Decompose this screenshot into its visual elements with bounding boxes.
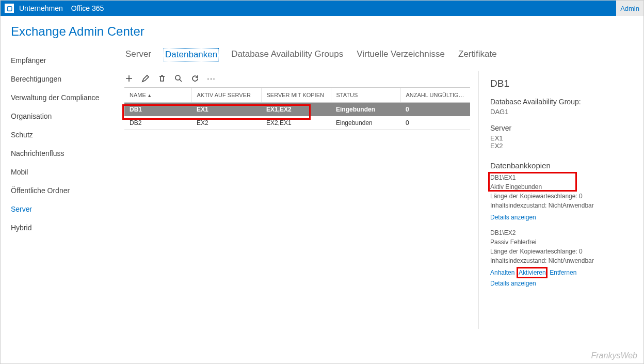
database-table: NAME AKTIV AUF SERVER SERVER MIT KOPIEN … bbox=[124, 88, 470, 130]
cell-copies: EX1,EX2 bbox=[261, 103, 331, 117]
copy2-suspend-link[interactable]: Anhalten bbox=[490, 269, 514, 276]
topbar-office-link[interactable]: Office 365 bbox=[71, 4, 104, 12]
edit-icon[interactable] bbox=[141, 74, 150, 83]
sidebar-item-mailflow[interactable]: Nachrichtenfluss bbox=[11, 144, 109, 163]
tab-server[interactable]: Server bbox=[124, 48, 152, 61]
col-active-server[interactable]: AKTIV AUF SERVER bbox=[191, 88, 261, 103]
sidebar-item-protection[interactable]: Schutz bbox=[11, 125, 109, 144]
page-title: Exchange Admin Center bbox=[1, 16, 643, 48]
table-row[interactable]: DB1 EX1 EX1,EX2 Eingebunden 0 bbox=[124, 103, 470, 117]
dag-value: DAG1 bbox=[490, 108, 634, 116]
copy1-details-link[interactable]: Details anzeigen bbox=[490, 214, 536, 221]
cell-invalid: 0 bbox=[400, 116, 470, 130]
copy2-index: Inhaltsindexzustand: NichtAnwendbar bbox=[490, 256, 634, 265]
sidebar-item-servers[interactable]: Server bbox=[11, 200, 109, 218]
cell-active: EX1 bbox=[191, 103, 261, 117]
sidebar-item-public-folders[interactable]: Öffentliche Ordner bbox=[11, 181, 109, 200]
cell-status: Eingebunden bbox=[331, 103, 400, 117]
tabs: Server Datenbanken Database Availability… bbox=[124, 48, 643, 61]
dag-label: Database Availability Group: bbox=[490, 98, 634, 106]
col-status[interactable]: STATUS bbox=[331, 88, 400, 103]
topbar-company-link[interactable]: Unternehmen bbox=[19, 4, 63, 12]
search-icon[interactable] bbox=[174, 74, 183, 83]
tab-databases[interactable]: Datenbanken bbox=[164, 48, 219, 61]
server-label: Server bbox=[490, 124, 634, 132]
add-icon[interactable] bbox=[124, 74, 134, 83]
copy1-name: DB1\EX1 bbox=[490, 173, 634, 182]
copy1-status: Aktiv Eingebunden bbox=[490, 182, 634, 192]
copy2-name: DB1\EX2 bbox=[490, 228, 634, 238]
more-icon[interactable]: ··· bbox=[207, 74, 216, 83]
server-value-2: EX2 bbox=[490, 142, 634, 150]
cell-name: DB1 bbox=[124, 103, 191, 117]
col-name[interactable]: NAME bbox=[124, 88, 191, 103]
cell-active: EX2 bbox=[191, 116, 261, 130]
cell-invalid: 0 bbox=[400, 103, 470, 117]
copy1-index: Inhaltsindexzustand: NichtAnwendbar bbox=[490, 201, 634, 210]
copy2-status: Passiv Fehlerfrei bbox=[490, 238, 634, 247]
details-title: DB1 bbox=[490, 78, 634, 89]
sidebar-item-recipients[interactable]: Empfänger bbox=[11, 51, 109, 70]
copy2-remove-link[interactable]: Entfernen bbox=[550, 269, 576, 276]
table-row[interactable]: DB2 EX2 EX2,EX1 Eingebunden 0 bbox=[124, 116, 470, 130]
copies-title: Datenbankkopien bbox=[490, 161, 634, 170]
copy2-details-link[interactable]: Details anzeigen bbox=[490, 280, 536, 287]
watermark: FrankysWeb bbox=[591, 351, 637, 360]
col-copies[interactable]: SERVER MIT KOPIEN bbox=[261, 88, 331, 103]
details-panel: DB1 Database Availability Group: DAG1 Se… bbox=[478, 71, 643, 329]
refresh-icon[interactable] bbox=[190, 74, 200, 83]
sidebar-item-hybrid[interactable]: Hybrid bbox=[11, 218, 109, 237]
copy2-activate-link[interactable]: Aktivieren bbox=[519, 269, 546, 276]
server-value-1: EX1 bbox=[490, 134, 634, 142]
office-logo-icon: ▢ bbox=[5, 4, 14, 13]
tab-certificates[interactable]: Zertifikate bbox=[457, 48, 498, 61]
top-bar: ▢ Unternehmen Office 365 bbox=[1, 1, 643, 16]
svg-point-0 bbox=[175, 75, 180, 80]
tab-dag[interactable]: Database Availability Groups bbox=[230, 48, 344, 61]
sidebar-item-mobile[interactable]: Mobil bbox=[11, 163, 109, 181]
cell-name: DB2 bbox=[124, 116, 191, 130]
delete-icon[interactable] bbox=[157, 74, 167, 83]
cell-status: Eingebunden bbox=[331, 116, 400, 130]
col-invalid[interactable]: ANZAHL UNGÜLTIGE... bbox=[400, 88, 470, 103]
sidebar-item-compliance[interactable]: Verwaltung der Compliance bbox=[11, 88, 109, 107]
tab-virtual-dirs[interactable]: Virtuelle Verzeichnisse bbox=[356, 48, 446, 61]
copy2-queue: Länge der Kopiewarteschlange: 0 bbox=[490, 247, 634, 256]
sidebar-item-permissions[interactable]: Berechtigungen bbox=[11, 70, 109, 88]
cell-copies: EX2,EX1 bbox=[261, 116, 331, 130]
copy1-queue: Länge der Kopiewarteschlange: 0 bbox=[490, 192, 634, 201]
admin-tab[interactable]: Admin bbox=[616, 1, 643, 16]
sidebar-item-organization[interactable]: Organisation bbox=[11, 107, 109, 125]
sidebar: Empfänger Berechtigungen Verwaltung der … bbox=[1, 48, 109, 364]
